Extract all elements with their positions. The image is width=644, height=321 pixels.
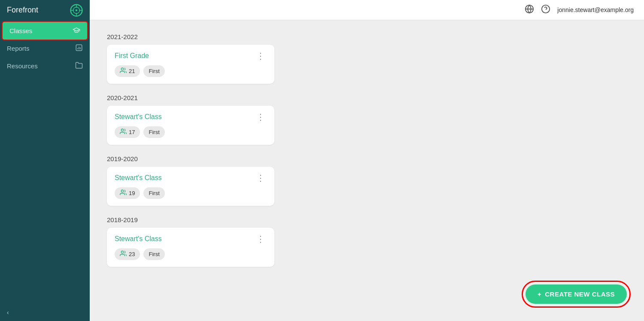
sidebar-collapse-button[interactable]: ‹ xyxy=(0,304,90,321)
grade-label: First xyxy=(149,251,159,257)
grade-tag: First xyxy=(143,187,164,199)
class-card-header: Stewart's Class ⋮ xyxy=(115,174,267,182)
collapse-icon: ‹ xyxy=(7,309,9,316)
more-options-button[interactable]: ⋮ xyxy=(255,174,267,182)
globe-icon[interactable] xyxy=(525,4,534,16)
sidebar: Forefront Classes Reports xyxy=(0,0,90,321)
svg-point-11 xyxy=(121,68,123,70)
reports-icon xyxy=(75,44,83,53)
grade-tag: First xyxy=(143,65,164,77)
student-count: 21 xyxy=(129,68,135,74)
year-section: 2019-2020 Stewart's Class ⋮ xyxy=(107,155,627,206)
student-count-tag: 21 xyxy=(115,65,140,77)
year-label: 2020-2021 xyxy=(107,94,627,101)
year-label: 2019-2020 xyxy=(107,155,627,162)
class-name: Stewart's Class xyxy=(115,174,162,182)
svg-point-2 xyxy=(76,9,78,11)
year-section: 2018-2019 Stewart's Class ⋮ xyxy=(107,216,627,267)
sidebar-item-reports[interactable]: Reports xyxy=(0,40,90,57)
people-icon xyxy=(120,128,127,136)
student-count: 23 xyxy=(129,251,135,257)
class-card[interactable]: Stewart's Class ⋮ 23 xyxy=(107,228,274,267)
class-card[interactable]: Stewart's Class ⋮ 19 xyxy=(107,167,274,206)
student-count-tag: 23 xyxy=(115,248,140,260)
class-card-header: First Grade ⋮ xyxy=(115,52,267,60)
class-tags: 17 First xyxy=(115,126,267,138)
grade-label: First xyxy=(149,129,159,135)
sidebar-header: Forefront xyxy=(0,0,90,20)
people-icon xyxy=(120,189,127,197)
more-options-button[interactable]: ⋮ xyxy=(255,52,267,60)
plus-icon: + xyxy=(538,290,541,298)
sidebar-item-resources-label: Resources xyxy=(7,62,38,70)
help-icon[interactable] xyxy=(541,4,550,16)
year-section: 2020-2021 Stewart's Class ⋮ xyxy=(107,94,627,145)
class-card-header: Stewart's Class ⋮ xyxy=(115,113,267,121)
resources-icon xyxy=(75,61,83,70)
student-count-tag: 19 xyxy=(115,187,140,199)
user-email: jonnie.stewart@example.org xyxy=(557,6,634,13)
student-count-tag: 17 xyxy=(115,126,140,138)
grade-label: First xyxy=(149,190,159,196)
class-name: Stewart's Class xyxy=(115,235,162,243)
year-section: 2021-2022 First Grade ⋮ xyxy=(107,33,627,84)
class-card[interactable]: First Grade ⋮ 21 xyxy=(107,45,274,84)
topbar: jonnie.stewart@example.org xyxy=(90,0,644,20)
main-content: jonnie.stewart@example.org 2021-2022 Fir… xyxy=(90,0,644,321)
svg-point-13 xyxy=(121,190,123,192)
classes-icon xyxy=(73,26,80,35)
grade-label: First xyxy=(149,68,159,74)
class-tags: 21 First xyxy=(115,65,267,77)
create-new-class-button[interactable]: + CREATE NEW CLASS xyxy=(526,284,627,304)
people-icon xyxy=(120,67,127,75)
app-logo xyxy=(70,4,83,17)
class-card-header: Stewart's Class ⋮ xyxy=(115,235,267,243)
svg-point-14 xyxy=(121,251,123,253)
grade-tag: First xyxy=(143,126,164,138)
more-options-button[interactable]: ⋮ xyxy=(255,235,267,243)
class-tags: 19 First xyxy=(115,187,267,199)
sidebar-item-reports-label: Reports xyxy=(7,45,30,52)
classes-content: 2021-2022 First Grade ⋮ xyxy=(90,20,644,321)
class-name: Stewart's Class xyxy=(115,113,162,121)
class-tags: 23 First xyxy=(115,248,267,260)
more-options-button[interactable]: ⋮ xyxy=(255,113,267,121)
app-title: Forefront xyxy=(7,6,70,15)
class-card[interactable]: Stewart's Class ⋮ 17 xyxy=(107,106,274,145)
year-label: 2018-2019 xyxy=(107,216,627,223)
grade-tag: First xyxy=(143,248,164,260)
create-new-class-wrapper: + CREATE NEW CLASS xyxy=(526,284,627,304)
sidebar-item-resources[interactable]: Resources xyxy=(0,57,90,75)
sidebar-nav: Classes Reports Resources xyxy=(0,20,90,304)
student-count: 19 xyxy=(129,190,135,196)
year-label: 2021-2022 xyxy=(107,33,627,40)
class-name: First Grade xyxy=(115,52,149,60)
student-count: 17 xyxy=(129,129,135,135)
sidebar-item-classes[interactable]: Classes xyxy=(3,22,87,40)
people-icon xyxy=(120,250,127,258)
svg-point-12 xyxy=(121,129,123,131)
sidebar-item-classes-label: Classes xyxy=(9,27,32,34)
create-new-class-label: CREATE NEW CLASS xyxy=(545,290,615,298)
